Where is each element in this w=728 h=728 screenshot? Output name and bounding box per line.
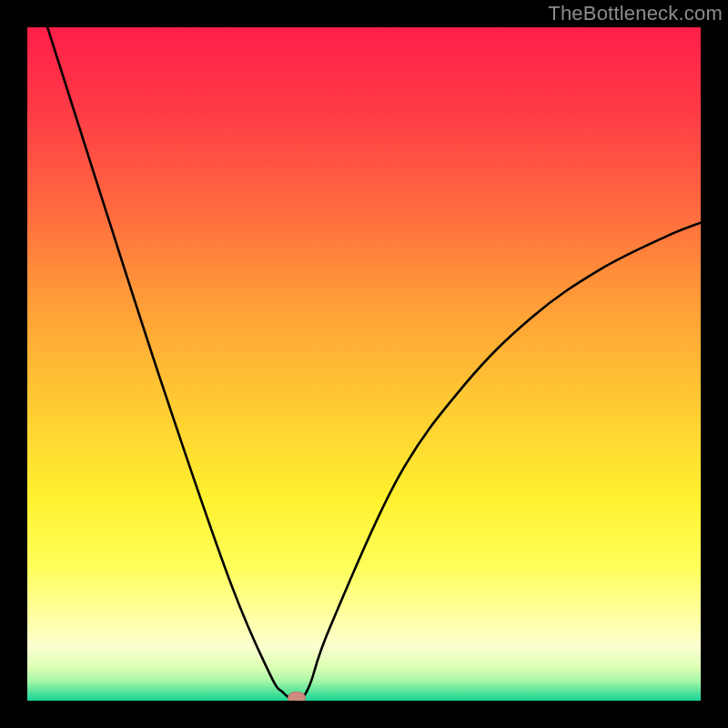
curve-layer	[27, 27, 701, 701]
plot-area	[27, 27, 701, 701]
curve-path	[47, 27, 701, 701]
chart-frame: TheBottleneck.com	[0, 0, 728, 728]
min-marker	[288, 692, 306, 701]
watermark-text: TheBottleneck.com	[548, 2, 723, 25]
